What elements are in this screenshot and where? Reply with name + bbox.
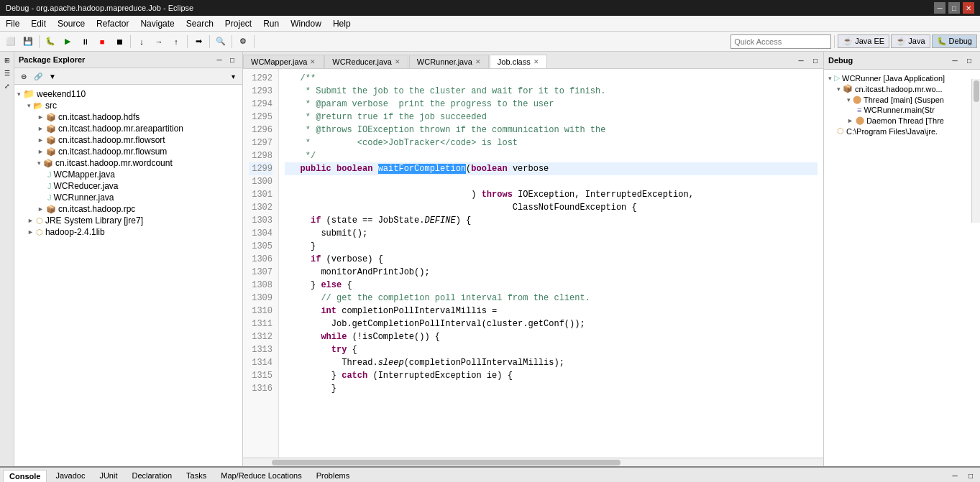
tab-junit[interactable]: JUnit [93, 470, 123, 481]
menu-window[interactable]: Window [285, 17, 327, 30]
explorer-settings-btn[interactable]: ▾ [226, 70, 239, 83]
app-icon: ▷ [834, 73, 840, 83]
tab-wcmapper-label: WCMapper.java [251, 57, 307, 66]
tree-item-flowsort[interactable]: ► 📦 cn.itcast.hadoop.mr.flowsort [17, 134, 239, 146]
tab-console[interactable]: Console [3, 470, 47, 482]
tree-item-wordcount[interactable]: ▾ 📦 cn.itcast.hadoop.mr.wordcount [17, 157, 239, 169]
tab-wcreducer-close[interactable]: ✕ [395, 58, 400, 65]
step-into-button[interactable]: ↓ [134, 34, 150, 50]
perspective-debug[interactable]: 🐛 Debug [932, 34, 977, 48]
menu-refactor[interactable]: Refactor [91, 17, 134, 30]
code-content[interactable]: /** * Submit the job to the cluster and … [279, 69, 823, 458]
tree-item-areapartition[interactable]: ► 📦 cn.itcast.hadoop.mr.areapartition [17, 123, 239, 134]
tree-label-areapartition: cn.itcast.hadoop.mr.areapartition [58, 124, 183, 134]
explorer-menu-btn[interactable]: ▼ [46, 70, 59, 83]
tree-label-wcmapper: WCMapper.java [54, 170, 115, 180]
link-editor-btn[interactable]: 🔗 [32, 70, 45, 83]
debug-item-wcrunner-app[interactable]: ▾ ▷ WCRunner [Java Application] [827, 73, 977, 83]
step-return-button[interactable]: ↑ [168, 34, 184, 50]
editor-horizontal-scrollbar[interactable] [243, 458, 823, 466]
suspend-button[interactable]: ⏸ [77, 34, 93, 50]
tab-wcmapper-close[interactable]: ✕ [310, 58, 316, 65]
resume-button[interactable]: ▶ [60, 34, 75, 50]
new-button[interactable]: ⬜ [3, 34, 19, 50]
menu-project[interactable]: Project [219, 17, 257, 30]
tree-item-wcreducer[interactable]: J WCReducer.java [17, 180, 239, 192]
main-toolbar: ⬜ 💾 🐛 ▶ ⏸ ■ ⏹ ↓ → ↑ ➡ 🔍 ⚙ ☕ Java EE ☕ Ja… [0, 32, 980, 52]
tab-declaration[interactable]: Declaration [126, 470, 178, 481]
console-maximize[interactable]: □ [964, 469, 977, 482]
vtab-1[interactable]: ⊞ [1, 55, 13, 66]
debug-item-package[interactable]: ▾ 📦 cn.itcast.hadoop.mr.wo... [827, 83, 977, 94]
debug-panel-maximize[interactable]: □ [963, 54, 976, 67]
scrollbar-thumb-h [272, 460, 620, 465]
console-minimize[interactable]: ─ [948, 469, 961, 482]
editor-maximize-btn[interactable]: □ [809, 54, 822, 67]
menu-help[interactable]: Help [327, 17, 357, 30]
menu-file[interactable]: File [0, 17, 25, 30]
debug-item-wcrunner-main[interactable]: ≡ WCRunner.main(Str [827, 105, 977, 115]
tree-item-wcrunner[interactable]: J WCRunner.java [17, 192, 239, 203]
sidebar-minimize-btn[interactable]: ─ [214, 54, 225, 65]
close-button[interactable]: ✕ [963, 2, 974, 14]
tab-job-class[interactable]: Job.class ✕ [490, 55, 547, 68]
tree-item-wcmapper[interactable]: J WCMapper.java [17, 169, 239, 180]
tab-mapreduce[interactable]: Map/Reduce Locations [215, 470, 308, 481]
tab-problems[interactable]: Problems [311, 470, 355, 481]
debug-button[interactable]: 🐛 [42, 34, 58, 50]
debug-panel-minimize[interactable]: ─ [948, 54, 961, 67]
perspective-java[interactable]: ☕ Java [891, 34, 930, 48]
toolbar-sep-7 [834, 35, 835, 48]
perspective-java-ee[interactable]: ☕ Java EE [838, 34, 889, 48]
tree-label-wcrunner: WCRunner.java [54, 193, 114, 203]
tab-wcmapper[interactable]: WCMapper.java ✕ [243, 55, 324, 68]
tab-wcrunner[interactable]: WCRunner.java ✕ [409, 55, 489, 68]
quick-access-input[interactable] [731, 34, 831, 49]
toolbar-sep-4 [209, 35, 210, 48]
debug-item-daemon-thread[interactable]: ► ⬤ Daemon Thread [Thre [827, 115, 977, 126]
menu-source[interactable]: Source [52, 17, 91, 30]
editor-minimize-btn[interactable]: ─ [794, 54, 807, 67]
tab-tasks[interactable]: Tasks [180, 470, 212, 481]
tree-label-flowsum: cn.itcast.hadoop.mr.flowsum [58, 147, 167, 157]
tree-label-flowsort: cn.itcast.hadoop.mr.flowsort [58, 135, 165, 145]
minimize-button[interactable]: ─ [934, 2, 945, 14]
save-button[interactable]: 💾 [20, 34, 36, 50]
step-over-button[interactable]: → [151, 34, 167, 50]
tree-item-flowsum[interactable]: ► 📦 cn.itcast.hadoop.mr.flowsum [17, 146, 239, 157]
tab-job-class-close[interactable]: ✕ [533, 58, 539, 65]
collapse-all-btn[interactable]: ⊖ [17, 70, 30, 83]
tree-item-jre[interactable]: ► ⬡ JRE System Library [jre7] [17, 215, 239, 226]
tab-wcreducer[interactable]: WCReducer.java ✕ [324, 55, 408, 68]
tree-item-hdfs[interactable]: ► 📦 cn.itcast.hadoop.hdfs [17, 111, 239, 123]
menu-search[interactable]: Search [180, 17, 219, 30]
tab-javadoc[interactable]: Javadoc [50, 470, 91, 481]
maximize-button[interactable]: □ [948, 2, 960, 14]
bottom-tab-bar: Console Javadoc JUnit Declaration Tasks … [0, 468, 980, 482]
tab-wcrunner-close[interactable]: ✕ [475, 58, 481, 65]
menu-run[interactable]: Run [257, 17, 285, 30]
debug-panel: Debug ─ □ ▾ ▷ WCRunner [Java Application… [823, 52, 980, 466]
toolbar-sep-1 [39, 35, 40, 48]
settings-button[interactable]: ⚙ [235, 34, 251, 50]
run-to-line-button[interactable]: ➡ [191, 34, 206, 50]
package-icon-rpc: 📦 [46, 205, 56, 214]
jre-path-icon: ⬡ [837, 126, 844, 136]
java-icon-wcrunner: J [47, 193, 52, 202]
tree-item-src[interactable]: ▾ 📂 src [17, 100, 239, 111]
debug-item-jre-path[interactable]: ⬡ C:\Program Files\Java\jre. [827, 126, 977, 136]
debug-panel-scrollbar[interactable] [971, 79, 980, 223]
vtab-2[interactable]: ☰ [1, 68, 13, 79]
tree-item-weekend110[interactable]: ▾ 📁 weekend110 [17, 88, 239, 100]
menu-navigate[interactable]: Navigate [134, 17, 180, 30]
menu-bar: File Edit Source Refactor Navigate Searc… [0, 16, 980, 32]
vtab-3[interactable]: ⤢ [1, 80, 13, 92]
menu-edit[interactable]: Edit [25, 17, 52, 30]
tree-item-hadoop-lib[interactable]: ► ⬡ hadoop-2.4.1lib [17, 226, 239, 238]
search-button[interactable]: 🔍 [213, 34, 229, 50]
debug-item-thread-main[interactable]: ▾ ⬤ Thread [main] (Suspen [827, 94, 977, 105]
disconnect-button[interactable]: ⏹ [111, 34, 127, 50]
tree-item-rpc[interactable]: ► 📦 cn.itcast.hadoop.rpc [17, 203, 239, 215]
sidebar-maximize-btn[interactable]: □ [226, 54, 238, 65]
terminate-button[interactable]: ■ [94, 34, 110, 50]
